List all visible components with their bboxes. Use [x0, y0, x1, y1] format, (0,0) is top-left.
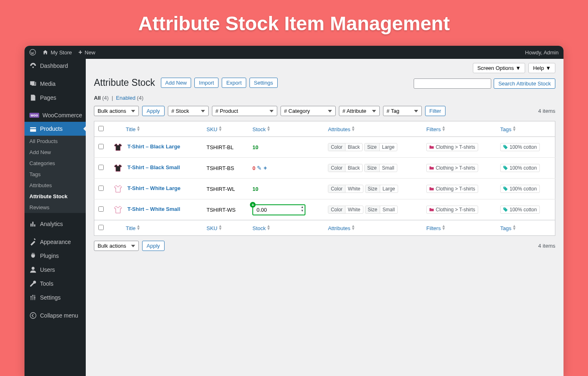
- tag-filter[interactable]: # Tag: [383, 106, 422, 116]
- sort-icon: ▲▼: [351, 224, 355, 230]
- plus-icon[interactable]: +: [263, 165, 267, 171]
- plus-badge-icon[interactable]: +: [250, 202, 256, 208]
- row-checkbox[interactable]: [98, 144, 104, 149]
- sidebar-item-users[interactable]: Users: [24, 263, 86, 277]
- sidebar-item-plugins[interactable]: Plugins: [24, 249, 86, 263]
- apply-button-bottom[interactable]: Apply: [142, 241, 165, 251]
- tag-chip[interactable]: 100% cotton: [500, 164, 540, 172]
- apply-button[interactable]: Apply: [142, 106, 165, 116]
- site-name-link[interactable]: My Store: [42, 49, 72, 56]
- sidebar-item-dashboard[interactable]: Dashboard: [24, 59, 86, 73]
- col-tags[interactable]: Tags▲▼: [500, 126, 516, 132]
- sub-attribute-stock[interactable]: Attribute Stock: [24, 191, 86, 202]
- select-all-checkbox-foot[interactable]: [98, 225, 104, 230]
- row-title-link[interactable]: T-Shirt – Black Large: [127, 143, 180, 150]
- stock-filter[interactable]: # Stock: [168, 106, 209, 116]
- view-enabled[interactable]: Enabled (4): [116, 95, 143, 101]
- help-button[interactable]: Help ▼: [528, 63, 555, 73]
- sidebar-label: Pages: [40, 94, 56, 101]
- import-button[interactable]: Import: [194, 78, 218, 88]
- col-stock[interactable]: Stock▲▼: [252, 126, 270, 132]
- attribute-pill[interactable]: ColorWhite: [328, 185, 363, 193]
- filter-chip[interactable]: Clothing > T-shirts: [426, 143, 478, 151]
- col-sku-foot[interactable]: SKU▲▼: [207, 225, 223, 231]
- wp-logo[interactable]: [29, 49, 36, 56]
- filter-chip[interactable]: Clothing > T-shirts: [426, 185, 478, 193]
- attr-key: Color: [328, 164, 345, 172]
- col-attributes-foot[interactable]: Attributes▲▼: [328, 225, 355, 231]
- sidebar-item-analytics[interactable]: Analytics: [24, 217, 86, 231]
- view-all[interactable]: All (4): [94, 95, 109, 101]
- stock-spinner[interactable]: ▲▼: [301, 205, 304, 213]
- stock-input[interactable]: [252, 204, 305, 215]
- greeting[interactable]: Howdy, Admin: [525, 49, 559, 56]
- sidebar-item-settings[interactable]: Settings: [24, 291, 86, 304]
- tag-chip[interactable]: 100% cotton: [500, 185, 540, 193]
- category-filter[interactable]: # Category: [281, 106, 336, 116]
- sidebar-item-collapse[interactable]: Collapse menu: [24, 309, 86, 322]
- sidebar-item-products[interactable]: Products: [24, 122, 86, 136]
- sub-all-products[interactable]: All Products: [24, 136, 86, 147]
- pencil-icon[interactable]: ✎: [257, 165, 262, 171]
- tag-chip[interactable]: 100% cotton: [500, 206, 540, 214]
- row-title-link[interactable]: T-Shirt – Black Small: [127, 164, 180, 170]
- search-button[interactable]: Search Attribute Stock: [494, 78, 555, 89]
- attribute-pill[interactable]: SizeLarge: [365, 185, 398, 193]
- settings-button[interactable]: Settings: [249, 78, 278, 88]
- sidebar-label: Settings: [40, 294, 61, 301]
- sub-categories[interactable]: Categories: [24, 158, 86, 169]
- attribute-pill[interactable]: ColorBlack: [328, 164, 363, 172]
- col-sku[interactable]: SKU▲▼: [207, 126, 223, 132]
- sub-add-new[interactable]: Add New: [24, 147, 86, 158]
- row-title-link[interactable]: T-Shirt – White Large: [127, 185, 180, 191]
- sort-icon: ▲▼: [136, 224, 140, 230]
- col-filters-foot[interactable]: Filters▲▼: [426, 225, 445, 231]
- new-link[interactable]: + New: [78, 49, 95, 56]
- sidebar-item-tools[interactable]: Tools: [24, 277, 86, 291]
- sidebar-item-woocommerce[interactable]: woo WooCommerce: [24, 109, 86, 122]
- filter-chip[interactable]: Clothing > T-shirts: [426, 206, 478, 214]
- attribute-pill[interactable]: SizeLarge: [364, 143, 397, 151]
- product-thumb: [112, 162, 124, 174]
- attribute-pill[interactable]: ColorBlack: [328, 143, 363, 151]
- col-tags-foot[interactable]: Tags▲▼: [500, 225, 516, 231]
- row-title-link[interactable]: T-Shirt – White Small: [127, 206, 180, 212]
- sub-tags[interactable]: Tags: [24, 169, 86, 180]
- filter-button[interactable]: Filter: [425, 106, 446, 116]
- select-all-checkbox[interactable]: [98, 126, 104, 131]
- col-title[interactable]: Title▲▼: [126, 126, 140, 132]
- row-checkbox[interactable]: [98, 186, 104, 191]
- attr-val: Small: [380, 206, 397, 213]
- attribute-filter[interactable]: # Attribute: [339, 106, 380, 116]
- add-new-button[interactable]: Add New: [161, 78, 192, 88]
- filter-chip[interactable]: Clothing > T-shirts: [426, 164, 478, 172]
- attribute-pill[interactable]: SizeSmall: [365, 206, 398, 214]
- bulk-actions-select-bottom[interactable]: Bulk actions: [94, 241, 139, 251]
- product-thumb: [112, 141, 124, 153]
- search-input[interactable]: [414, 78, 491, 89]
- stock-value[interactable]: 10: [252, 144, 258, 150]
- sidebar-item-pages[interactable]: Pages: [24, 91, 86, 105]
- col-filters[interactable]: Filters▲▼: [426, 126, 445, 132]
- sidebar-item-appearance[interactable]: Appearance: [24, 235, 86, 249]
- col-attributes[interactable]: Attributes▲▼: [328, 126, 355, 132]
- sub-reviews[interactable]: Reviews: [24, 202, 86, 213]
- attribute-pill[interactable]: SizeSmall: [364, 164, 397, 172]
- attr-val: White: [345, 185, 363, 192]
- sub-attributes[interactable]: Attributes: [24, 180, 86, 191]
- product-filter[interactable]: # Product: [212, 106, 277, 116]
- attribute-pill[interactable]: ColorWhite: [328, 206, 363, 214]
- col-title-foot[interactable]: Title▲▼: [126, 225, 140, 231]
- export-button[interactable]: Export: [222, 78, 246, 88]
- row-checkbox[interactable]: [98, 165, 104, 170]
- row-checkbox[interactable]: [98, 206, 104, 212]
- sidebar-item-media[interactable]: Media: [24, 77, 86, 91]
- stock-value[interactable]: 10: [252, 186, 258, 192]
- users-icon: [29, 266, 37, 273]
- screen-options-button[interactable]: Screen Options ▼: [473, 63, 525, 73]
- tag-chip[interactable]: 100% cotton: [500, 143, 540, 151]
- stock-value[interactable]: 0: [252, 165, 255, 171]
- col-stock-foot[interactable]: Stock▲▼: [252, 225, 270, 231]
- product-thumb: [112, 204, 124, 216]
- bulk-actions-select[interactable]: Bulk actions: [94, 106, 139, 116]
